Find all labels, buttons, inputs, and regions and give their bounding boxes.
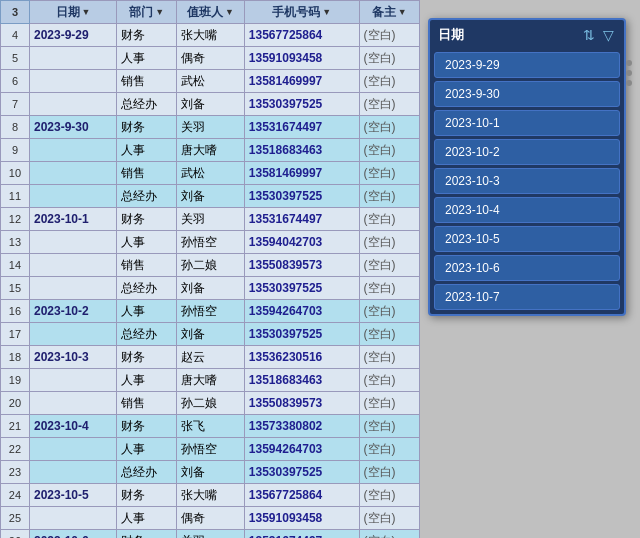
table-row: 7 总经办 刘备 13530397525 (空白) bbox=[1, 93, 420, 116]
remark-cell: (空白) bbox=[359, 185, 419, 208]
date-cell: 2023-9-30 bbox=[29, 116, 116, 139]
date-cell: 2023-10-5 bbox=[29, 484, 116, 507]
filter-sort-icon[interactable]: ⇅ bbox=[581, 27, 597, 43]
phone-cell: 13581469997 bbox=[244, 70, 359, 93]
col-header-remark[interactable]: 备主 ▼ bbox=[359, 1, 419, 24]
dept-cell: 人事 bbox=[116, 507, 176, 530]
dept-cell: 总经办 bbox=[116, 185, 176, 208]
person-cell: 刘备 bbox=[177, 185, 245, 208]
phone-cell: 13550839573 bbox=[244, 254, 359, 277]
row-num: 22 bbox=[1, 438, 30, 461]
phone-filter-arrow[interactable]: ▼ bbox=[322, 3, 331, 21]
remark-cell: (空白) bbox=[359, 392, 419, 415]
row-num: 16 bbox=[1, 300, 30, 323]
dept-cell: 财务 bbox=[116, 208, 176, 231]
filter-item[interactable]: 2023-10-2 bbox=[434, 139, 620, 165]
phone-cell: 13550839573 bbox=[244, 392, 359, 415]
table-row: 18 2023-10-3 财务 赵云 13536230516 (空白) bbox=[1, 346, 420, 369]
table-row: 4 2023-9-29 财务 张大嘴 13567725864 (空白) bbox=[1, 24, 420, 47]
date-cell bbox=[29, 277, 116, 300]
person-cell: 赵云 bbox=[177, 346, 245, 369]
date-cell bbox=[29, 70, 116, 93]
date-cell bbox=[29, 254, 116, 277]
person-filter-arrow[interactable]: ▼ bbox=[225, 3, 234, 21]
filter-item[interactable]: 2023-9-29 bbox=[434, 52, 620, 78]
date-cell: 2023-10-6 bbox=[29, 530, 116, 539]
phone-cell: 13591093458 bbox=[244, 47, 359, 70]
person-cell: 关羽 bbox=[177, 208, 245, 231]
filter-item[interactable]: 2023-10-3 bbox=[434, 168, 620, 194]
remark-filter-arrow[interactable]: ▼ bbox=[398, 3, 407, 21]
spreadsheet: 3 日期 ▼ 部门 ▼ 值班人 ▼ bbox=[0, 0, 420, 538]
person-cell: 孙二娘 bbox=[177, 254, 245, 277]
filter-item[interactable]: 2023-10-1 bbox=[434, 110, 620, 136]
row-num: 23 bbox=[1, 461, 30, 484]
date-cell bbox=[29, 438, 116, 461]
dept-cell: 销售 bbox=[116, 70, 176, 93]
dept-cell: 销售 bbox=[116, 392, 176, 415]
row-num: 14 bbox=[1, 254, 30, 277]
remark-cell: (空白) bbox=[359, 323, 419, 346]
dept-cell: 人事 bbox=[116, 231, 176, 254]
phone-cell: 13530397525 bbox=[244, 323, 359, 346]
filter-item[interactable]: 2023-10-6 bbox=[434, 255, 620, 281]
filter-funnel-icon[interactable]: ▽ bbox=[601, 27, 616, 43]
row-num: 21 bbox=[1, 415, 30, 438]
person-cell: 孙悟空 bbox=[177, 231, 245, 254]
remark-cell: (空白) bbox=[359, 24, 419, 47]
col-header-person[interactable]: 值班人 ▼ bbox=[177, 1, 245, 24]
person-cell: 张大嘴 bbox=[177, 484, 245, 507]
row-num: 8 bbox=[1, 116, 30, 139]
scroll-dot bbox=[626, 80, 632, 86]
filter-item[interactable]: 2023-9-30 bbox=[434, 81, 620, 107]
col-header-phone[interactable]: 手机号码 ▼ bbox=[244, 1, 359, 24]
table-row: 16 2023-10-2 人事 孙悟空 13594264703 (空白) bbox=[1, 300, 420, 323]
person-cell: 刘备 bbox=[177, 93, 245, 116]
filter-item[interactable]: 2023-10-5 bbox=[434, 226, 620, 252]
row-num: 5 bbox=[1, 47, 30, 70]
person-cell: 关羽 bbox=[177, 530, 245, 539]
date-cell bbox=[29, 162, 116, 185]
phone-cell: 13530397525 bbox=[244, 461, 359, 484]
dept-filter-arrow[interactable]: ▼ bbox=[155, 3, 164, 21]
filter-item[interactable]: 2023-10-4 bbox=[434, 197, 620, 223]
filter-item[interactable]: 2023-10-7 bbox=[434, 284, 620, 310]
col-header-date[interactable]: 日期 ▼ bbox=[29, 1, 116, 24]
remark-cell: (空白) bbox=[359, 70, 419, 93]
remark-cell: (空白) bbox=[359, 277, 419, 300]
remark-cell: (空白) bbox=[359, 438, 419, 461]
phone-cell: 13567725864 bbox=[244, 484, 359, 507]
filter-panel: 日期 ⇅ ▽ 2023-9-29 2023-9-30 2023-10-1 202… bbox=[428, 18, 626, 316]
person-cell: 武松 bbox=[177, 70, 245, 93]
dept-cell: 财务 bbox=[116, 484, 176, 507]
dept-cell: 销售 bbox=[116, 162, 176, 185]
dept-cell: 财务 bbox=[116, 24, 176, 47]
date-filter-arrow[interactable]: ▼ bbox=[82, 3, 91, 21]
remark-cell: (空白) bbox=[359, 530, 419, 539]
remark-cell: (空白) bbox=[359, 116, 419, 139]
row-num: 20 bbox=[1, 392, 30, 415]
dept-cell: 财务 bbox=[116, 415, 176, 438]
date-cell bbox=[29, 231, 116, 254]
row-num: 19 bbox=[1, 369, 30, 392]
remark-cell: (空白) bbox=[359, 300, 419, 323]
dept-cell: 人事 bbox=[116, 300, 176, 323]
phone-cell: 13530397525 bbox=[244, 277, 359, 300]
table-row: 10 销售 武松 13581469997 (空白) bbox=[1, 162, 420, 185]
row-num: 9 bbox=[1, 139, 30, 162]
table-row: 20 销售 孙二娘 13550839573 (空白) bbox=[1, 392, 420, 415]
row-num: 6 bbox=[1, 70, 30, 93]
phone-cell: 13573380802 bbox=[244, 415, 359, 438]
row-num: 25 bbox=[1, 507, 30, 530]
date-cell: 2023-10-2 bbox=[29, 300, 116, 323]
header-row: 3 日期 ▼ 部门 ▼ 值班人 ▼ bbox=[1, 1, 420, 24]
row-num: 4 bbox=[1, 24, 30, 47]
date-cell bbox=[29, 47, 116, 70]
col-header-dept[interactable]: 部门 ▼ bbox=[116, 1, 176, 24]
remark-cell: (空白) bbox=[359, 484, 419, 507]
phone-cell: 13594264703 bbox=[244, 300, 359, 323]
table-row: 22 人事 孙悟空 13594264703 (空白) bbox=[1, 438, 420, 461]
person-cell: 刘备 bbox=[177, 323, 245, 346]
phone-cell: 13518683463 bbox=[244, 139, 359, 162]
row-num: 7 bbox=[1, 93, 30, 116]
